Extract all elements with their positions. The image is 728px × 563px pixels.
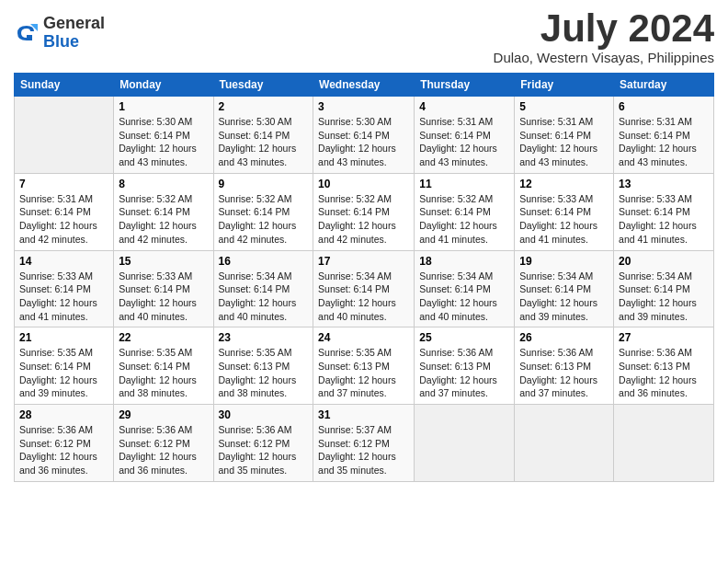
day-cell: 13Sunrise: 5:33 AM Sunset: 6:14 PM Dayli… [614, 173, 714, 250]
day-info: Sunrise: 5:31 AM Sunset: 6:14 PM Dayligh… [619, 115, 709, 169]
day-cell [415, 405, 515, 482]
header-cell-sunday: Sunday [15, 74, 114, 97]
day-cell: 31Sunrise: 5:37 AM Sunset: 6:12 PM Dayli… [313, 405, 415, 482]
day-number: 10 [318, 178, 409, 190]
day-info: Sunrise: 5:34 AM Sunset: 6:14 PM Dayligh… [619, 270, 709, 324]
day-cell: 30Sunrise: 5:36 AM Sunset: 6:12 PM Dayli… [213, 405, 313, 482]
day-cell [515, 405, 614, 482]
day-info: Sunrise: 5:36 AM Sunset: 6:13 PM Dayligh… [519, 346, 609, 400]
logo: General Blue [14, 15, 105, 52]
day-cell: 9Sunrise: 5:32 AM Sunset: 6:14 PM Daylig… [213, 173, 313, 250]
day-info: Sunrise: 5:32 AM Sunset: 6:14 PM Dayligh… [119, 192, 208, 247]
day-info: Sunrise: 5:35 AM Sunset: 6:13 PM Dayligh… [219, 346, 309, 400]
day-number: 13 [619, 178, 709, 190]
day-cell [15, 97, 114, 174]
day-cell: 29Sunrise: 5:36 AM Sunset: 6:12 PM Dayli… [114, 405, 213, 482]
week-row-5: 28Sunrise: 5:36 AM Sunset: 6:12 PM Dayli… [15, 405, 714, 482]
day-cell: 20Sunrise: 5:34 AM Sunset: 6:14 PM Dayli… [614, 250, 714, 327]
day-cell: 25Sunrise: 5:36 AM Sunset: 6:13 PM Dayli… [415, 327, 515, 405]
logo-text: General Blue [43, 15, 105, 52]
day-cell: 14Sunrise: 5:33 AM Sunset: 6:14 PM Dayli… [15, 250, 114, 327]
day-number: 30 [219, 408, 309, 421]
day-cell: 18Sunrise: 5:34 AM Sunset: 6:14 PM Dayli… [415, 250, 515, 327]
day-info: Sunrise: 5:33 AM Sunset: 6:14 PM Dayligh… [19, 270, 108, 324]
day-cell: 1Sunrise: 5:30 AM Sunset: 6:14 PM Daylig… [114, 97, 213, 174]
day-cell: 11Sunrise: 5:32 AM Sunset: 6:14 PM Dayli… [415, 173, 515, 250]
day-cell: 5Sunrise: 5:31 AM Sunset: 6:14 PM Daylig… [515, 97, 614, 174]
day-info: Sunrise: 5:32 AM Sunset: 6:14 PM Dayligh… [318, 192, 409, 247]
day-info: Sunrise: 5:37 AM Sunset: 6:12 PM Dayligh… [318, 423, 409, 477]
day-cell: 21Sunrise: 5:35 AM Sunset: 6:14 PM Dayli… [15, 327, 114, 405]
header-cell-friday: Friday [515, 74, 614, 97]
day-cell: 4Sunrise: 5:31 AM Sunset: 6:14 PM Daylig… [415, 97, 515, 174]
day-cell: 12Sunrise: 5:33 AM Sunset: 6:14 PM Dayli… [515, 173, 614, 250]
page-header: General Blue July 2024 Dulao, Western Vi… [14, 9, 714, 65]
day-cell: 8Sunrise: 5:32 AM Sunset: 6:14 PM Daylig… [114, 173, 213, 250]
header-cell-saturday: Saturday [614, 74, 714, 97]
day-info: Sunrise: 5:33 AM Sunset: 6:14 PM Dayligh… [119, 270, 208, 324]
day-cell: 28Sunrise: 5:36 AM Sunset: 6:12 PM Dayli… [15, 405, 114, 482]
day-info: Sunrise: 5:32 AM Sunset: 6:14 PM Dayligh… [419, 192, 509, 247]
day-info: Sunrise: 5:36 AM Sunset: 6:13 PM Dayligh… [619, 346, 709, 400]
header-cell-tuesday: Tuesday [213, 74, 313, 97]
day-cell: 7Sunrise: 5:31 AM Sunset: 6:14 PM Daylig… [15, 173, 114, 250]
day-number: 22 [119, 331, 208, 344]
day-cell: 17Sunrise: 5:34 AM Sunset: 6:14 PM Dayli… [313, 250, 415, 327]
day-info: Sunrise: 5:32 AM Sunset: 6:14 PM Dayligh… [219, 192, 309, 247]
day-number: 9 [219, 178, 309, 190]
calendar-body: 1Sunrise: 5:30 AM Sunset: 6:14 PM Daylig… [15, 97, 714, 482]
day-number: 12 [519, 178, 609, 190]
day-number: 19 [519, 255, 609, 268]
day-info: Sunrise: 5:31 AM Sunset: 6:14 PM Dayligh… [519, 115, 609, 169]
day-number: 11 [419, 178, 509, 190]
day-info: Sunrise: 5:34 AM Sunset: 6:14 PM Dayligh… [519, 270, 609, 324]
day-number: 27 [619, 331, 709, 344]
day-number: 16 [219, 255, 309, 268]
day-number: 17 [318, 255, 409, 268]
month-title: July 2024 [494, 9, 714, 48]
day-cell: 10Sunrise: 5:32 AM Sunset: 6:14 PM Dayli… [313, 173, 415, 250]
day-cell: 23Sunrise: 5:35 AM Sunset: 6:13 PM Dayli… [213, 327, 313, 405]
logo-blue: Blue [43, 33, 105, 52]
week-row-2: 7Sunrise: 5:31 AM Sunset: 6:14 PM Daylig… [15, 173, 714, 250]
location: Dulao, Western Visayas, Philippines [494, 50, 714, 65]
day-number: 2 [219, 100, 309, 113]
day-number: 29 [119, 408, 208, 421]
day-number: 23 [219, 331, 309, 344]
header-cell-thursday: Thursday [415, 74, 515, 97]
day-info: Sunrise: 5:34 AM Sunset: 6:14 PM Dayligh… [318, 270, 409, 324]
day-number: 26 [519, 331, 609, 344]
week-row-4: 21Sunrise: 5:35 AM Sunset: 6:14 PM Dayli… [15, 327, 714, 405]
day-number: 24 [318, 331, 409, 344]
day-number: 25 [419, 331, 509, 344]
logo-general: General [43, 15, 105, 33]
day-cell: 6Sunrise: 5:31 AM Sunset: 6:14 PM Daylig… [614, 97, 714, 174]
calendar-header: SundayMondayTuesdayWednesdayThursdayFrid… [15, 74, 714, 97]
day-number: 31 [318, 408, 409, 421]
day-number: 7 [19, 178, 108, 190]
day-info: Sunrise: 5:35 AM Sunset: 6:13 PM Dayligh… [318, 346, 409, 400]
day-info: Sunrise: 5:30 AM Sunset: 6:14 PM Dayligh… [219, 115, 309, 169]
day-cell: 26Sunrise: 5:36 AM Sunset: 6:13 PM Dayli… [515, 327, 614, 405]
header-row: SundayMondayTuesdayWednesdayThursdayFrid… [15, 74, 714, 97]
day-info: Sunrise: 5:33 AM Sunset: 6:14 PM Dayligh… [519, 192, 609, 247]
day-number: 28 [19, 408, 108, 421]
day-info: Sunrise: 5:36 AM Sunset: 6:12 PM Dayligh… [19, 423, 108, 477]
day-info: Sunrise: 5:30 AM Sunset: 6:14 PM Dayligh… [119, 115, 208, 169]
week-row-3: 14Sunrise: 5:33 AM Sunset: 6:14 PM Dayli… [15, 250, 714, 327]
day-cell: 19Sunrise: 5:34 AM Sunset: 6:14 PM Dayli… [515, 250, 614, 327]
day-cell: 24Sunrise: 5:35 AM Sunset: 6:13 PM Dayli… [313, 327, 415, 405]
day-cell: 3Sunrise: 5:30 AM Sunset: 6:14 PM Daylig… [313, 97, 415, 174]
day-info: Sunrise: 5:33 AM Sunset: 6:14 PM Dayligh… [619, 192, 709, 247]
day-info: Sunrise: 5:35 AM Sunset: 6:14 PM Dayligh… [19, 346, 108, 400]
day-cell [614, 405, 714, 482]
day-number: 5 [519, 100, 609, 113]
day-number: 6 [619, 100, 709, 113]
day-info: Sunrise: 5:36 AM Sunset: 6:12 PM Dayligh… [219, 423, 309, 477]
day-info: Sunrise: 5:35 AM Sunset: 6:14 PM Dayligh… [119, 346, 208, 400]
day-info: Sunrise: 5:34 AM Sunset: 6:14 PM Dayligh… [419, 270, 509, 324]
day-info: Sunrise: 5:31 AM Sunset: 6:14 PM Dayligh… [419, 115, 509, 169]
title-block: July 2024 Dulao, Western Visayas, Philip… [494, 9, 714, 65]
day-cell: 22Sunrise: 5:35 AM Sunset: 6:14 PM Dayli… [114, 327, 213, 405]
day-cell: 16Sunrise: 5:34 AM Sunset: 6:14 PM Dayli… [213, 250, 313, 327]
